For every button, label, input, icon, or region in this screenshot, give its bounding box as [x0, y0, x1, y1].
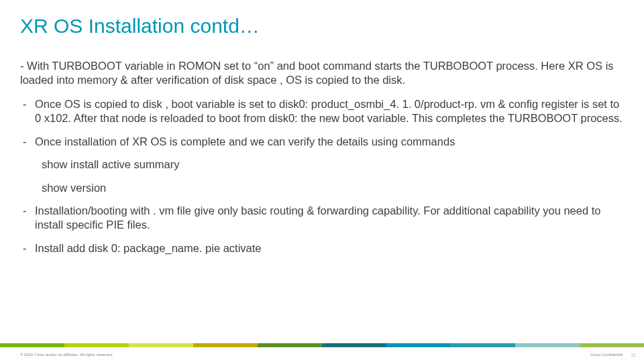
- slide: XR OS Installation contd… - With TURBOBO…: [0, 0, 644, 362]
- bullet-list: Once OS is copied to disk , boot variabl…: [20, 97, 624, 255]
- intro-paragraph: - With TURBOBOOT variable in ROMON set t…: [20, 59, 624, 86]
- list-item: Installation/booting with . vm file give…: [20, 204, 624, 231]
- copyright-text: © 2010 Cisco and/or its affiliates. All …: [20, 353, 113, 357]
- confidential-text: Cisco Confidential: [590, 353, 623, 357]
- slide-title: XR OS Installation contd…: [0, 0, 644, 38]
- list-item: Install add disk 0: package_name. pie ac…: [20, 241, 624, 255]
- list-item: Once installation of XR OS is complete a…: [20, 135, 624, 149]
- footer: © 2010 Cisco and/or its affiliates. All …: [0, 347, 644, 362]
- command-text: show install active summary: [20, 158, 624, 172]
- slide-content: - With TURBOBOOT variable in ROMON set t…: [0, 38, 644, 255]
- list-item: Once OS is copied to disk , boot variabl…: [20, 97, 624, 125]
- command-text: show version: [20, 181, 624, 195]
- page-number: 11: [631, 353, 636, 357]
